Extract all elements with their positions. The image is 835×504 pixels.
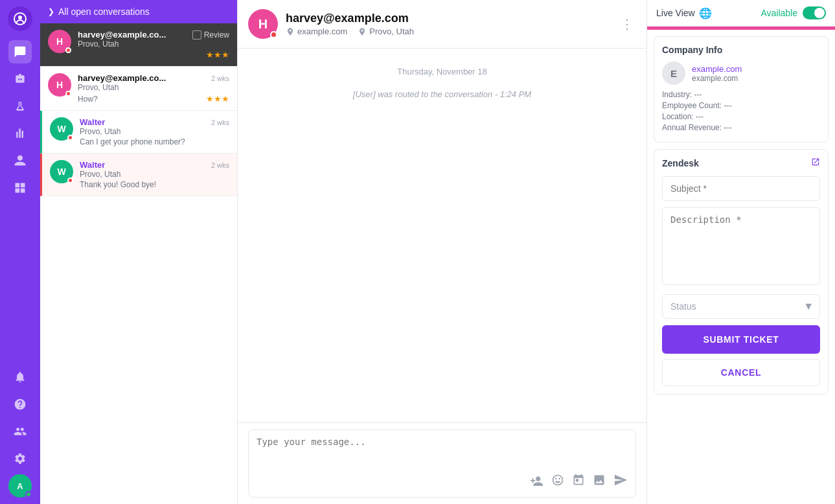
company-row: E example.com example.com bbox=[662, 62, 820, 85]
chat-header-info: harvey@example.com example.com Provo, Ut… bbox=[286, 12, 610, 36]
user-avatar[interactable]: A bbox=[8, 474, 32, 498]
chat-location: Provo, Utah bbox=[358, 27, 414, 36]
nav-icon-settings[interactable] bbox=[8, 447, 32, 470]
conv-content: Walter 2 wks Provo, Utah Thank you! Good… bbox=[80, 160, 229, 189]
external-link-icon[interactable] bbox=[811, 157, 820, 168]
conv-time: 2 wks bbox=[211, 161, 229, 169]
conv-preview: Thank you! Good bye! bbox=[80, 180, 229, 189]
subject-input[interactable] bbox=[662, 176, 820, 201]
company-info-title: Company Info bbox=[662, 45, 820, 55]
conv-stars: ★★★ bbox=[206, 94, 229, 104]
conv-content: Walter 2 wks Provo, Utah Can I get your … bbox=[80, 117, 229, 146]
chat-system-message: [User] was routed to the conversation - … bbox=[248, 89, 636, 99]
nav-icon-help[interactable] bbox=[8, 393, 32, 416]
company-avatar: E bbox=[662, 62, 685, 85]
emoji-icon[interactable] bbox=[551, 474, 564, 490]
online-indicator bbox=[25, 491, 32, 498]
description-input[interactable] bbox=[662, 207, 820, 285]
chat-more-options[interactable]: ⋮ bbox=[618, 14, 636, 34]
status-select-wrapper: Status New Open Pending Solved Closed ▼ bbox=[662, 294, 820, 319]
chat-email: harvey@example.com bbox=[286, 12, 610, 25]
zendesk-title: Zendesk bbox=[662, 158, 699, 168]
location-row: Location: --- bbox=[662, 112, 820, 121]
chat-company-name: example.com bbox=[297, 27, 347, 36]
zendesk-section: Zendesk Status New Open Pending Solved C… bbox=[654, 149, 829, 395]
nav-icon-bell[interactable] bbox=[8, 365, 32, 389]
annual-revenue-row: Annual Revenue: --- bbox=[662, 123, 820, 132]
nav-icon-flask[interactable] bbox=[8, 95, 32, 118]
conv-name: Walter bbox=[80, 160, 105, 170]
conv-preview: Can I get your phone number? bbox=[80, 137, 229, 146]
chat-company: example.com bbox=[286, 27, 347, 36]
conv-name: Walter bbox=[80, 117, 105, 127]
chat-contact-avatar: H bbox=[248, 9, 278, 39]
conv-avatar: H bbox=[48, 73, 71, 97]
nav-icon-contacts[interactable] bbox=[8, 149, 32, 172]
nav-icon-team[interactable] bbox=[8, 420, 32, 443]
globe-icon: 🌐 bbox=[699, 7, 712, 19]
conv-stars: ★★★ bbox=[206, 50, 229, 60]
conv-name: harvey@example.co... bbox=[78, 73, 166, 83]
toggle-thumb bbox=[814, 8, 825, 18]
conversation-item[interactable]: W Walter 2 wks Provo, Utah Thank you! Go… bbox=[40, 154, 237, 196]
right-header: Live View 🌐 Available bbox=[647, 0, 835, 27]
chat-online-dot bbox=[270, 31, 277, 38]
conv-preview: How? bbox=[78, 95, 98, 104]
nav-icon-bot[interactable] bbox=[8, 67, 32, 91]
nav-icon-grid[interactable] bbox=[8, 176, 32, 200]
review-checkbox[interactable]: Review bbox=[192, 30, 229, 40]
send-icon[interactable] bbox=[613, 473, 628, 490]
company-name-link[interactable]: example.com bbox=[692, 64, 742, 74]
available-label: Available bbox=[761, 8, 797, 18]
company-details: example.com example.com bbox=[692, 64, 742, 83]
company-url: example.com bbox=[692, 74, 742, 83]
conversation-item[interactable]: H harvey@example.co... Review Provo, Uta… bbox=[40, 23, 237, 67]
checkbox[interactable] bbox=[192, 30, 201, 40]
chat-messages: Thursday, November 18 [User] was routed … bbox=[238, 49, 646, 422]
conversations-header: ❯ All open conversations bbox=[40, 0, 237, 23]
online-dot bbox=[67, 178, 73, 183]
svg-point-1 bbox=[18, 16, 22, 19]
image-icon[interactable] bbox=[593, 474, 606, 490]
company-info-section: Company Info E example.com example.com I… bbox=[654, 36, 829, 143]
conv-location: Provo, Utah bbox=[80, 170, 229, 179]
live-view: Live View 🌐 bbox=[656, 7, 712, 19]
chat-area: H harvey@example.com example.com Provo, … bbox=[238, 0, 647, 504]
status-field: Status New Open Pending Solved Closed ▼ bbox=[662, 294, 820, 319]
nav-icon-chat[interactable] bbox=[8, 40, 32, 63]
sidebar-nav: A bbox=[0, 0, 40, 504]
expand-icon[interactable]: ❯ bbox=[48, 7, 54, 16]
review-label: Review bbox=[204, 30, 229, 40]
nav-logo bbox=[8, 6, 32, 31]
zendesk-header: Zendesk bbox=[662, 157, 820, 168]
calendar-icon[interactable] bbox=[572, 474, 585, 490]
availability-toggle[interactable] bbox=[803, 6, 826, 19]
description-field bbox=[662, 207, 820, 288]
conversation-item[interactable]: H harvey@example.co... 2 wks Provo, Utah… bbox=[40, 67, 237, 111]
conversations-panel: ❯ All open conversations H harvey@exampl… bbox=[40, 0, 238, 504]
cancel-button[interactable]: CANCEL bbox=[662, 359, 820, 386]
chat-input-area bbox=[238, 422, 646, 504]
chat-header: H harvey@example.com example.com Provo, … bbox=[238, 0, 646, 49]
nav-icon-chart[interactable] bbox=[8, 122, 32, 145]
online-dot bbox=[65, 47, 71, 53]
chat-meta: example.com Provo, Utah bbox=[286, 27, 610, 36]
online-dot bbox=[65, 91, 71, 97]
chat-input[interactable] bbox=[257, 437, 628, 469]
submit-ticket-button[interactable]: SUBMIT TICKET bbox=[662, 325, 820, 354]
chat-date-divider: Thursday, November 18 bbox=[248, 62, 636, 82]
online-dot bbox=[67, 135, 73, 141]
conversation-item[interactable]: W Walter 2 wks Provo, Utah Can I get you… bbox=[40, 111, 237, 154]
conv-avatar: W bbox=[50, 117, 73, 141]
employee-count-row: Employee Count: --- bbox=[662, 101, 820, 110]
subject-field bbox=[662, 176, 820, 201]
add-participant-icon[interactable] bbox=[529, 474, 543, 489]
availability: Available bbox=[761, 6, 826, 19]
conv-location: Provo, Utah bbox=[80, 127, 229, 136]
conv-avatar: H bbox=[48, 30, 71, 53]
live-view-label: Live View bbox=[656, 8, 695, 18]
status-select[interactable]: Status New Open Pending Solved Closed bbox=[662, 294, 820, 319]
conv-content: harvey@example.co... 2 wks Provo, Utah H… bbox=[78, 73, 229, 104]
conv-content: harvey@example.co... Review Provo, Utah … bbox=[78, 30, 229, 60]
industry-row: Industry: --- bbox=[662, 90, 820, 99]
